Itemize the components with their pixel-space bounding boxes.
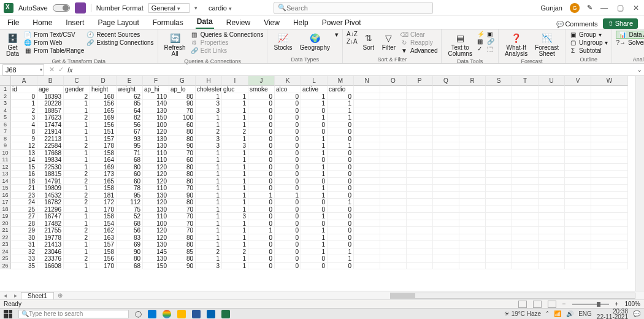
cell[interactable]: active xyxy=(301,86,328,93)
stocks-button[interactable]: 📈Stocks xyxy=(271,31,294,52)
row-header[interactable]: 13 xyxy=(0,171,11,178)
cell[interactable]: id xyxy=(11,86,37,93)
cell[interactable]: 1 xyxy=(301,114,328,121)
sort-za-icon[interactable]: Z↓A xyxy=(347,38,358,45)
cell[interactable]: 1 xyxy=(222,164,248,171)
cell[interactable] xyxy=(512,156,539,164)
cell[interactable] xyxy=(591,128,628,136)
row-header[interactable]: 24 xyxy=(0,248,11,256)
excel-taskbar-icon[interactable] xyxy=(221,310,230,318)
explorer-icon[interactable] xyxy=(177,310,186,318)
cell[interactable]: 156 xyxy=(90,100,117,107)
cell[interactable] xyxy=(512,114,539,121)
cell[interactable]: 95 xyxy=(117,192,143,199)
cell[interactable]: 164 xyxy=(90,156,117,164)
cell[interactable]: 1 xyxy=(64,241,90,248)
cell[interactable]: 90 xyxy=(117,248,143,256)
cell[interactable]: 16 xyxy=(11,171,37,178)
cell[interactable]: 21 xyxy=(11,185,37,192)
cell[interactable] xyxy=(380,150,407,157)
cell[interactable]: 21914 xyxy=(37,128,64,136)
cell[interactable] xyxy=(407,150,433,157)
cell[interactable]: 56 xyxy=(117,121,143,129)
cell[interactable]: 1 xyxy=(64,220,90,228)
cell[interactable] xyxy=(459,156,486,164)
cell[interactable]: 1 xyxy=(328,114,354,121)
cell[interactable] xyxy=(433,121,459,129)
cell[interactable]: 27 xyxy=(11,213,37,220)
cell[interactable] xyxy=(512,107,539,115)
cell[interactable]: 70 xyxy=(169,227,196,234)
cell[interactable] xyxy=(591,150,628,157)
cell[interactable]: 0 xyxy=(301,178,328,185)
cell[interactable] xyxy=(459,234,486,242)
number-format-combo[interactable]: General ▾ xyxy=(148,3,190,13)
cell[interactable] xyxy=(433,263,459,270)
solver-button[interactable]: ?→ Solver xyxy=(616,39,644,46)
weather-widget[interactable]: ☀ 19°C Haze xyxy=(504,310,541,317)
cell[interactable]: 90 xyxy=(169,192,196,199)
cell[interactable] xyxy=(565,255,591,263)
cell[interactable]: 56 xyxy=(117,227,143,234)
cell[interactable]: 0 xyxy=(301,220,328,228)
cell[interactable]: 157 xyxy=(90,241,117,248)
cell[interactable]: 120 xyxy=(143,171,169,178)
cell[interactable]: 0 xyxy=(275,100,301,107)
cell[interactable]: 3 xyxy=(196,100,222,107)
cell[interactable] xyxy=(512,255,539,263)
cell[interactable] xyxy=(354,164,380,171)
cell[interactable]: 3 xyxy=(196,136,222,143)
cell[interactable]: 16747 xyxy=(37,213,64,220)
cell[interactable]: 4 xyxy=(11,121,37,129)
row-header[interactable]: 19 xyxy=(0,213,11,220)
col-header-N[interactable]: N xyxy=(354,76,380,86)
col-header-F[interactable]: F xyxy=(143,76,169,86)
cell[interactable]: 0 xyxy=(275,121,301,129)
cell[interactable]: 0 xyxy=(248,206,275,213)
cell[interactable]: 1 xyxy=(196,150,222,157)
word-icon[interactable] xyxy=(192,310,201,318)
cell[interactable]: 162 xyxy=(90,227,117,234)
save-icon[interactable] xyxy=(75,2,86,13)
cell[interactable]: 2 xyxy=(196,128,222,136)
cell[interactable] xyxy=(565,93,591,101)
cell[interactable]: 30 xyxy=(11,234,37,242)
cell[interactable] xyxy=(433,192,459,199)
cell[interactable] xyxy=(591,156,628,164)
row-header[interactable]: 8 xyxy=(0,136,11,143)
cell[interactable]: 33 xyxy=(11,255,37,263)
cell[interactable]: 0 xyxy=(275,114,301,121)
cell[interactable] xyxy=(565,263,591,270)
filter-button[interactable]: ▽Filter xyxy=(380,31,398,54)
cell[interactable]: 2 xyxy=(64,93,90,101)
cell[interactable]: 1 xyxy=(301,227,328,234)
from-web[interactable]: 🌐From Web xyxy=(24,39,84,46)
cell[interactable] xyxy=(486,156,512,164)
fx-icon[interactable]: fx xyxy=(67,66,73,74)
cell[interactable]: smoke xyxy=(248,86,275,93)
cell[interactable] xyxy=(565,199,591,206)
cell[interactable] xyxy=(380,107,407,115)
cell[interactable] xyxy=(565,234,591,242)
cell[interactable]: 151 xyxy=(90,128,117,136)
cell[interactable] xyxy=(512,192,539,199)
cell[interactable] xyxy=(433,114,459,121)
cell[interactable]: 1 xyxy=(222,156,248,164)
zoom-out-icon[interactable]: − xyxy=(562,301,566,307)
cell[interactable]: 2 xyxy=(222,248,248,256)
cell[interactable]: 70 xyxy=(169,206,196,213)
col-header-G[interactable]: G xyxy=(169,76,196,86)
cell[interactable]: 68 xyxy=(117,263,143,270)
cell[interactable] xyxy=(565,248,591,256)
cell[interactable] xyxy=(380,142,407,150)
horizontal-scrollbar[interactable] xyxy=(390,293,635,299)
cell[interactable] xyxy=(512,248,539,256)
qat-dropdown-icon[interactable]: ▾ xyxy=(194,5,197,11)
cell[interactable]: 1 xyxy=(328,255,354,263)
cell[interactable]: 120 xyxy=(143,227,169,234)
cell[interactable] xyxy=(459,93,486,101)
file-name[interactable]: cardio ▾ xyxy=(209,4,232,12)
cell[interactable]: 80 xyxy=(169,199,196,206)
cell[interactable] xyxy=(354,263,380,270)
gallery-more-icon[interactable]: ▾ xyxy=(335,31,339,39)
